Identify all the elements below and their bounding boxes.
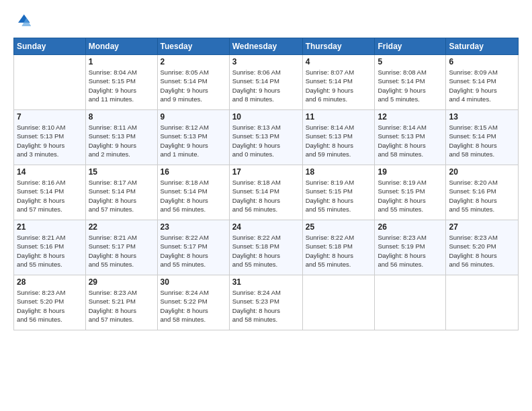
weekday-header-tuesday: Tuesday	[157, 38, 229, 55]
weekday-header-saturday: Saturday	[446, 38, 519, 55]
weekday-header-row: SundayMondayTuesdayWednesdayThursdayFrid…	[14, 38, 519, 55]
weekday-header-thursday: Thursday	[302, 38, 375, 55]
weekday-header-sunday: Sunday	[14, 38, 86, 55]
day-info: Sunrise: 8:14 AMSunset: 5:13 PMDaylight:…	[306, 123, 372, 158]
day-info: Sunrise: 8:24 AMSunset: 5:22 PMDaylight:…	[161, 288, 226, 324]
calendar-cell: 3Sunrise: 8:06 AMSunset: 5:14 PMDaylight…	[229, 55, 302, 110]
calendar-cell: 20Sunrise: 8:20 AMSunset: 5:16 PMDayligh…	[446, 165, 519, 220]
calendar-cell: 31Sunrise: 8:24 AMSunset: 5:23 PMDayligh…	[229, 275, 302, 330]
day-info: Sunrise: 8:06 AMSunset: 5:14 PMDaylight:…	[232, 68, 300, 103]
calendar-cell: 4Sunrise: 8:07 AMSunset: 5:14 PMDaylight…	[302, 55, 375, 110]
day-info: Sunrise: 8:18 AMSunset: 5:14 PMDaylight:…	[232, 178, 300, 214]
day-number: 17	[232, 167, 300, 177]
calendar-week-row: 1Sunrise: 8:04 AMSunset: 5:15 PMDaylight…	[14, 55, 519, 110]
calendar-cell: 17Sunrise: 8:18 AMSunset: 5:14 PMDayligh…	[229, 165, 302, 220]
day-number: 30	[161, 277, 226, 287]
header	[13, 12, 519, 31]
day-info: Sunrise: 8:18 AMSunset: 5:14 PMDaylight:…	[161, 178, 226, 214]
calendar-cell: 23Sunrise: 8:22 AMSunset: 5:17 PMDayligh…	[157, 220, 229, 275]
calendar-cell: 7Sunrise: 8:10 AMSunset: 5:13 PMDaylight…	[14, 110, 86, 165]
calendar-cell: 30Sunrise: 8:24 AMSunset: 5:22 PMDayligh…	[157, 275, 229, 330]
calendar-cell: 14Sunrise: 8:16 AMSunset: 5:14 PMDayligh…	[14, 165, 86, 220]
weekday-header-wednesday: Wednesday	[229, 38, 302, 55]
calendar-cell: 12Sunrise: 8:14 AMSunset: 5:13 PMDayligh…	[375, 110, 446, 165]
day-info: Sunrise: 8:14 AMSunset: 5:13 PMDaylight:…	[378, 123, 443, 158]
day-number: 12	[378, 112, 443, 122]
day-info: Sunrise: 8:23 AMSunset: 5:19 PMDaylight:…	[378, 233, 443, 269]
day-number: 31	[232, 277, 300, 287]
day-info: Sunrise: 8:23 AMSunset: 5:21 PMDaylight:…	[89, 288, 154, 324]
day-number: 5	[378, 57, 443, 66]
day-number: 9	[161, 112, 226, 122]
calendar-cell	[302, 275, 375, 330]
weekday-header-monday: Monday	[85, 38, 157, 55]
day-number: 19	[378, 167, 443, 177]
calendar-week-row: 7Sunrise: 8:10 AMSunset: 5:13 PMDaylight…	[14, 110, 519, 165]
day-info: Sunrise: 8:04 AMSunset: 5:15 PMDaylight:…	[89, 68, 154, 103]
day-number: 22	[89, 222, 154, 232]
day-info: Sunrise: 8:21 AMSunset: 5:17 PMDaylight:…	[89, 233, 154, 269]
calendar-cell: 1Sunrise: 8:04 AMSunset: 5:15 PMDaylight…	[85, 55, 157, 110]
day-info: Sunrise: 8:19 AMSunset: 5:15 PMDaylight:…	[378, 178, 443, 214]
calendar-cell: 19Sunrise: 8:19 AMSunset: 5:15 PMDayligh…	[375, 165, 446, 220]
day-number: 24	[232, 222, 300, 232]
day-info: Sunrise: 8:10 AMSunset: 5:13 PMDaylight:…	[17, 123, 83, 158]
calendar-cell: 10Sunrise: 8:13 AMSunset: 5:13 PMDayligh…	[229, 110, 302, 165]
day-number: 14	[17, 167, 83, 177]
calendar-week-row: 14Sunrise: 8:16 AMSunset: 5:14 PMDayligh…	[14, 165, 519, 220]
calendar-cell: 18Sunrise: 8:19 AMSunset: 5:15 PMDayligh…	[302, 165, 375, 220]
calendar-cell: 25Sunrise: 8:22 AMSunset: 5:18 PMDayligh…	[302, 220, 375, 275]
day-info: Sunrise: 8:22 AMSunset: 5:18 PMDaylight:…	[306, 233, 372, 269]
day-info: Sunrise: 8:23 AMSunset: 5:20 PMDaylight:…	[449, 233, 515, 269]
calendar-cell: 24Sunrise: 8:22 AMSunset: 5:18 PMDayligh…	[229, 220, 302, 275]
day-info: Sunrise: 8:12 AMSunset: 5:13 PMDaylight:…	[161, 123, 226, 158]
calendar-cell: 22Sunrise: 8:21 AMSunset: 5:17 PMDayligh…	[85, 220, 157, 275]
day-number: 25	[306, 222, 372, 232]
calendar-cell: 27Sunrise: 8:23 AMSunset: 5:20 PMDayligh…	[446, 220, 519, 275]
day-number: 16	[161, 167, 226, 177]
calendar-cell: 9Sunrise: 8:12 AMSunset: 5:13 PMDaylight…	[157, 110, 229, 165]
day-number: 1	[89, 57, 154, 66]
calendar-cell: 5Sunrise: 8:08 AMSunset: 5:14 PMDaylight…	[375, 55, 446, 110]
day-number: 23	[161, 222, 226, 232]
day-number: 26	[378, 222, 443, 232]
day-info: Sunrise: 8:19 AMSunset: 5:15 PMDaylight:…	[306, 178, 372, 214]
day-number: 3	[232, 57, 300, 66]
logo	[13, 12, 35, 31]
day-number: 15	[89, 167, 154, 177]
day-number: 18	[306, 167, 372, 177]
calendar-cell: 11Sunrise: 8:14 AMSunset: 5:13 PMDayligh…	[302, 110, 375, 165]
calendar-cell: 16Sunrise: 8:18 AMSunset: 5:14 PMDayligh…	[157, 165, 229, 220]
day-info: Sunrise: 8:23 AMSunset: 5:20 PMDaylight:…	[17, 288, 83, 324]
day-info: Sunrise: 8:20 AMSunset: 5:16 PMDaylight:…	[449, 178, 515, 214]
day-number: 21	[17, 222, 83, 232]
day-number: 6	[449, 57, 515, 66]
day-number: 20	[449, 167, 515, 177]
day-info: Sunrise: 8:22 AMSunset: 5:18 PMDaylight:…	[232, 233, 300, 269]
day-number: 2	[161, 57, 226, 66]
weekday-header-friday: Friday	[375, 38, 446, 55]
page: SundayMondayTuesdayWednesdayThursdayFrid…	[0, 0, 532, 411]
day-number: 10	[232, 112, 300, 122]
day-info: Sunrise: 8:07 AMSunset: 5:14 PMDaylight:…	[306, 68, 372, 103]
calendar-week-row: 21Sunrise: 8:21 AMSunset: 5:16 PMDayligh…	[14, 220, 519, 275]
day-info: Sunrise: 8:21 AMSunset: 5:16 PMDaylight:…	[17, 233, 83, 269]
day-number: 29	[89, 277, 154, 287]
day-number: 28	[17, 277, 83, 287]
day-info: Sunrise: 8:13 AMSunset: 5:13 PMDaylight:…	[232, 123, 300, 158]
calendar-cell: 28Sunrise: 8:23 AMSunset: 5:20 PMDayligh…	[14, 275, 86, 330]
day-info: Sunrise: 8:05 AMSunset: 5:14 PMDaylight:…	[161, 68, 226, 103]
calendar-cell: 29Sunrise: 8:23 AMSunset: 5:21 PMDayligh…	[85, 275, 157, 330]
calendar-week-row: 28Sunrise: 8:23 AMSunset: 5:20 PMDayligh…	[14, 275, 519, 330]
calendar-cell: 6Sunrise: 8:09 AMSunset: 5:14 PMDaylight…	[446, 55, 519, 110]
calendar-cell: 2Sunrise: 8:05 AMSunset: 5:14 PMDaylight…	[157, 55, 229, 110]
day-number: 7	[17, 112, 83, 122]
day-info: Sunrise: 8:08 AMSunset: 5:14 PMDaylight:…	[378, 68, 443, 103]
calendar-cell: 21Sunrise: 8:21 AMSunset: 5:16 PMDayligh…	[14, 220, 86, 275]
day-number: 13	[449, 112, 515, 122]
calendar-cell: 8Sunrise: 8:11 AMSunset: 5:13 PMDaylight…	[85, 110, 157, 165]
calendar-cell	[446, 275, 519, 330]
calendar-table: SundayMondayTuesdayWednesdayThursdayFrid…	[13, 38, 519, 330]
day-number: 11	[306, 112, 372, 122]
day-info: Sunrise: 8:15 AMSunset: 5:14 PMDaylight:…	[449, 123, 515, 158]
